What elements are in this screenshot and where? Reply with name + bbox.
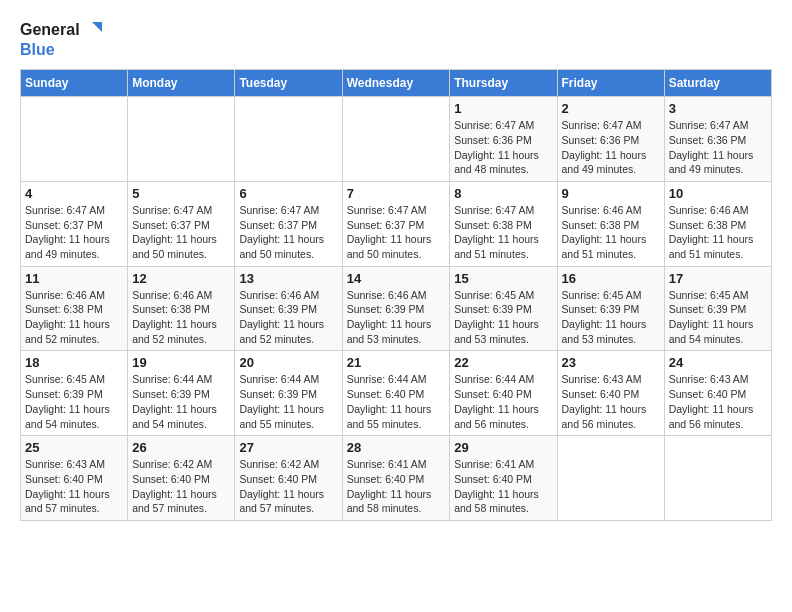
day-info: Sunrise: 6:46 AMSunset: 6:38 PMDaylight:… [132, 288, 230, 347]
logo-container: General Blue [20, 20, 102, 59]
day-info: Sunrise: 6:45 AMSunset: 6:39 PMDaylight:… [25, 372, 123, 431]
day-info: Sunrise: 6:44 AMSunset: 6:40 PMDaylight:… [454, 372, 552, 431]
day-info: Sunrise: 6:47 AMSunset: 6:37 PMDaylight:… [25, 203, 123, 262]
calendar-cell: 2Sunrise: 6:47 AMSunset: 6:36 PMDaylight… [557, 97, 664, 182]
day-info: Sunrise: 6:47 AMSunset: 6:38 PMDaylight:… [454, 203, 552, 262]
day-info: Sunrise: 6:45 AMSunset: 6:39 PMDaylight:… [669, 288, 767, 347]
calendar-cell: 10Sunrise: 6:46 AMSunset: 6:38 PMDayligh… [664, 181, 771, 266]
calendar-cell: 20Sunrise: 6:44 AMSunset: 6:39 PMDayligh… [235, 351, 342, 436]
calendar-cell: 7Sunrise: 6:47 AMSunset: 6:37 PMDaylight… [342, 181, 450, 266]
day-info: Sunrise: 6:43 AMSunset: 6:40 PMDaylight:… [25, 457, 123, 516]
calendar-cell: 23Sunrise: 6:43 AMSunset: 6:40 PMDayligh… [557, 351, 664, 436]
calendar-cell [128, 97, 235, 182]
calendar-cell: 3Sunrise: 6:47 AMSunset: 6:36 PMDaylight… [664, 97, 771, 182]
weekday-header-row: SundayMondayTuesdayWednesdayThursdayFrid… [21, 70, 772, 97]
calendar-cell [342, 97, 450, 182]
calendar-cell [235, 97, 342, 182]
calendar-cell: 9Sunrise: 6:46 AMSunset: 6:38 PMDaylight… [557, 181, 664, 266]
calendar-cell: 5Sunrise: 6:47 AMSunset: 6:37 PMDaylight… [128, 181, 235, 266]
calendar-cell [557, 436, 664, 521]
day-info: Sunrise: 6:43 AMSunset: 6:40 PMDaylight:… [562, 372, 660, 431]
day-info: Sunrise: 6:45 AMSunset: 6:39 PMDaylight:… [562, 288, 660, 347]
calendar-body: 1Sunrise: 6:47 AMSunset: 6:36 PMDaylight… [21, 97, 772, 521]
weekday-header-wednesday: Wednesday [342, 70, 450, 97]
day-info: Sunrise: 6:43 AMSunset: 6:40 PMDaylight:… [669, 372, 767, 431]
day-info: Sunrise: 6:47 AMSunset: 6:36 PMDaylight:… [669, 118, 767, 177]
day-number: 6 [239, 186, 337, 201]
day-number: 1 [454, 101, 552, 116]
calendar-cell: 24Sunrise: 6:43 AMSunset: 6:40 PMDayligh… [664, 351, 771, 436]
logo: General Blue [20, 20, 102, 59]
day-number: 5 [132, 186, 230, 201]
calendar-cell: 11Sunrise: 6:46 AMSunset: 6:38 PMDayligh… [21, 266, 128, 351]
day-info: Sunrise: 6:47 AMSunset: 6:37 PMDaylight:… [239, 203, 337, 262]
calendar-cell: 26Sunrise: 6:42 AMSunset: 6:40 PMDayligh… [128, 436, 235, 521]
logo-blue: Blue [20, 40, 55, 59]
day-info: Sunrise: 6:42 AMSunset: 6:40 PMDaylight:… [239, 457, 337, 516]
calendar-week-3: 11Sunrise: 6:46 AMSunset: 6:38 PMDayligh… [21, 266, 772, 351]
calendar-cell: 4Sunrise: 6:47 AMSunset: 6:37 PMDaylight… [21, 181, 128, 266]
day-number: 14 [347, 271, 446, 286]
svg-marker-0 [92, 22, 102, 32]
calendar-cell: 14Sunrise: 6:46 AMSunset: 6:39 PMDayligh… [342, 266, 450, 351]
calendar-week-2: 4Sunrise: 6:47 AMSunset: 6:37 PMDaylight… [21, 181, 772, 266]
calendar-week-5: 25Sunrise: 6:43 AMSunset: 6:40 PMDayligh… [21, 436, 772, 521]
day-number: 9 [562, 186, 660, 201]
day-number: 20 [239, 355, 337, 370]
day-number: 17 [669, 271, 767, 286]
day-info: Sunrise: 6:44 AMSunset: 6:39 PMDaylight:… [132, 372, 230, 431]
calendar-cell: 8Sunrise: 6:47 AMSunset: 6:38 PMDaylight… [450, 181, 557, 266]
day-number: 13 [239, 271, 337, 286]
day-number: 27 [239, 440, 337, 455]
day-info: Sunrise: 6:41 AMSunset: 6:40 PMDaylight:… [347, 457, 446, 516]
calendar-week-1: 1Sunrise: 6:47 AMSunset: 6:36 PMDaylight… [21, 97, 772, 182]
weekday-header-thursday: Thursday [450, 70, 557, 97]
day-info: Sunrise: 6:46 AMSunset: 6:39 PMDaylight:… [347, 288, 446, 347]
day-number: 21 [347, 355, 446, 370]
day-number: 26 [132, 440, 230, 455]
calendar-cell: 12Sunrise: 6:46 AMSunset: 6:38 PMDayligh… [128, 266, 235, 351]
day-number: 12 [132, 271, 230, 286]
day-number: 29 [454, 440, 552, 455]
day-info: Sunrise: 6:42 AMSunset: 6:40 PMDaylight:… [132, 457, 230, 516]
day-number: 25 [25, 440, 123, 455]
day-number: 4 [25, 186, 123, 201]
calendar-cell: 1Sunrise: 6:47 AMSunset: 6:36 PMDaylight… [450, 97, 557, 182]
weekday-header-monday: Monday [128, 70, 235, 97]
day-info: Sunrise: 6:47 AMSunset: 6:36 PMDaylight:… [454, 118, 552, 177]
day-info: Sunrise: 6:47 AMSunset: 6:37 PMDaylight:… [347, 203, 446, 262]
day-info: Sunrise: 6:46 AMSunset: 6:38 PMDaylight:… [562, 203, 660, 262]
calendar-cell: 28Sunrise: 6:41 AMSunset: 6:40 PMDayligh… [342, 436, 450, 521]
weekday-header-friday: Friday [557, 70, 664, 97]
calendar-cell: 15Sunrise: 6:45 AMSunset: 6:39 PMDayligh… [450, 266, 557, 351]
day-info: Sunrise: 6:46 AMSunset: 6:39 PMDaylight:… [239, 288, 337, 347]
logo-general: General [20, 20, 80, 39]
day-number: 16 [562, 271, 660, 286]
day-number: 28 [347, 440, 446, 455]
day-info: Sunrise: 6:47 AMSunset: 6:36 PMDaylight:… [562, 118, 660, 177]
calendar-cell: 17Sunrise: 6:45 AMSunset: 6:39 PMDayligh… [664, 266, 771, 351]
day-number: 15 [454, 271, 552, 286]
calendar-cell: 13Sunrise: 6:46 AMSunset: 6:39 PMDayligh… [235, 266, 342, 351]
calendar-cell [664, 436, 771, 521]
calendar-cell [21, 97, 128, 182]
calendar-cell: 25Sunrise: 6:43 AMSunset: 6:40 PMDayligh… [21, 436, 128, 521]
day-info: Sunrise: 6:44 AMSunset: 6:40 PMDaylight:… [347, 372, 446, 431]
calendar-cell: 16Sunrise: 6:45 AMSunset: 6:39 PMDayligh… [557, 266, 664, 351]
day-number: 23 [562, 355, 660, 370]
logo-bird-icon [82, 20, 102, 40]
calendar-cell: 21Sunrise: 6:44 AMSunset: 6:40 PMDayligh… [342, 351, 450, 436]
day-number: 2 [562, 101, 660, 116]
day-number: 11 [25, 271, 123, 286]
weekday-header-saturday: Saturday [664, 70, 771, 97]
day-number: 18 [25, 355, 123, 370]
weekday-header-sunday: Sunday [21, 70, 128, 97]
calendar-week-4: 18Sunrise: 6:45 AMSunset: 6:39 PMDayligh… [21, 351, 772, 436]
day-info: Sunrise: 6:47 AMSunset: 6:37 PMDaylight:… [132, 203, 230, 262]
day-number: 8 [454, 186, 552, 201]
calendar-cell: 18Sunrise: 6:45 AMSunset: 6:39 PMDayligh… [21, 351, 128, 436]
day-number: 3 [669, 101, 767, 116]
day-info: Sunrise: 6:45 AMSunset: 6:39 PMDaylight:… [454, 288, 552, 347]
day-info: Sunrise: 6:44 AMSunset: 6:39 PMDaylight:… [239, 372, 337, 431]
day-number: 19 [132, 355, 230, 370]
